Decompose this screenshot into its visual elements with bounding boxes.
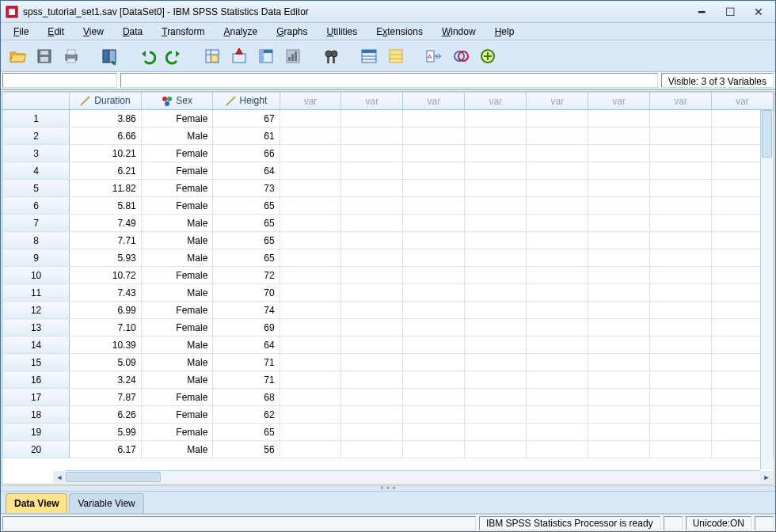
menu-view[interactable]: View bbox=[74, 25, 113, 39]
menu-analyze[interactable]: Analyze bbox=[214, 25, 267, 39]
cell[interactable]: 7.10 bbox=[70, 319, 142, 336]
empty-cell[interactable] bbox=[588, 389, 650, 406]
cell[interactable]: 66 bbox=[213, 145, 280, 162]
empty-cell[interactable] bbox=[403, 215, 465, 232]
empty-cell[interactable] bbox=[650, 336, 712, 354]
empty-cell[interactable] bbox=[588, 302, 650, 319]
empty-cell[interactable] bbox=[588, 424, 650, 441]
empty-cell[interactable] bbox=[650, 302, 712, 319]
empty-cell[interactable] bbox=[527, 249, 588, 267]
empty-cell[interactable] bbox=[403, 145, 465, 162]
empty-cell[interactable] bbox=[341, 180, 403, 197]
cell[interactable]: 10.39 bbox=[70, 336, 142, 354]
empty-cell[interactable] bbox=[280, 110, 341, 127]
empty-cell[interactable] bbox=[527, 406, 588, 424]
column-header-duration[interactable]: Duration bbox=[70, 93, 142, 110]
empty-cell[interactable] bbox=[650, 406, 712, 424]
empty-cell[interactable] bbox=[588, 441, 650, 458]
cell[interactable]: 62 bbox=[213, 406, 280, 424]
empty-cell[interactable] bbox=[465, 127, 527, 145]
menu-data[interactable]: Data bbox=[113, 25, 152, 39]
empty-cell[interactable] bbox=[527, 197, 588, 215]
row-header[interactable]: 3 bbox=[3, 145, 70, 162]
empty-cell[interactable] bbox=[403, 267, 465, 284]
empty-cell[interactable] bbox=[280, 127, 341, 145]
empty-cell[interactable] bbox=[465, 110, 527, 127]
row-header[interactable]: 19 bbox=[3, 424, 70, 441]
empty-cell[interactable] bbox=[465, 180, 527, 197]
cell[interactable]: 6.21 bbox=[70, 162, 142, 180]
empty-cell[interactable] bbox=[527, 145, 588, 162]
empty-cell[interactable] bbox=[650, 371, 712, 389]
row-header[interactable]: 7 bbox=[3, 215, 70, 232]
column-header-height[interactable]: Height bbox=[213, 93, 280, 110]
empty-cell[interactable] bbox=[341, 162, 403, 180]
row-header[interactable]: 12 bbox=[3, 302, 70, 319]
empty-cell[interactable] bbox=[465, 354, 527, 371]
cell[interactable]: 74 bbox=[213, 302, 280, 319]
empty-cell[interactable] bbox=[280, 284, 341, 302]
empty-cell[interactable] bbox=[280, 389, 341, 406]
empty-cell[interactable] bbox=[403, 110, 465, 127]
empty-cell[interactable] bbox=[465, 249, 527, 267]
empty-cell[interactable] bbox=[465, 424, 527, 441]
empty-cell[interactable] bbox=[403, 336, 465, 354]
empty-cell[interactable] bbox=[465, 441, 527, 458]
empty-cell[interactable] bbox=[403, 302, 465, 319]
empty-cell[interactable] bbox=[465, 371, 527, 389]
cell[interactable]: Male bbox=[141, 215, 213, 232]
empty-cell[interactable] bbox=[527, 354, 588, 371]
cell[interactable]: Female bbox=[141, 389, 213, 406]
empty-cell[interactable] bbox=[403, 180, 465, 197]
row-header[interactable]: 5 bbox=[3, 180, 70, 197]
empty-cell[interactable] bbox=[341, 406, 403, 424]
cell[interactable]: 6.17 bbox=[70, 441, 142, 458]
empty-cell[interactable] bbox=[588, 354, 650, 371]
empty-column-header[interactable]: var bbox=[465, 93, 527, 110]
empty-cell[interactable] bbox=[650, 267, 712, 284]
empty-cell[interactable] bbox=[527, 232, 588, 249]
cell[interactable]: 7.71 bbox=[70, 232, 142, 249]
cell[interactable]: 70 bbox=[213, 284, 280, 302]
column-header-sex[interactable]: Sex bbox=[141, 93, 213, 110]
cell[interactable]: 3.86 bbox=[70, 110, 142, 127]
menu-window[interactable]: Window bbox=[432, 25, 485, 39]
empty-cell[interactable] bbox=[527, 267, 588, 284]
cell[interactable]: Male bbox=[141, 232, 213, 249]
cell[interactable]: Female bbox=[141, 162, 213, 180]
empty-cell[interactable] bbox=[341, 354, 403, 371]
empty-cell[interactable] bbox=[341, 232, 403, 249]
empty-cell[interactable] bbox=[403, 424, 465, 441]
cell[interactable]: Female bbox=[141, 406, 213, 424]
row-header[interactable]: 20 bbox=[3, 441, 70, 458]
empty-cell[interactable] bbox=[403, 197, 465, 215]
empty-cell[interactable] bbox=[588, 162, 650, 180]
undo-button[interactable] bbox=[135, 44, 159, 68]
empty-cell[interactable] bbox=[527, 215, 588, 232]
menu-help[interactable]: Help bbox=[485, 25, 524, 39]
empty-cell[interactable] bbox=[588, 319, 650, 336]
vertical-scroll-thumb[interactable] bbox=[762, 110, 772, 158]
weight-cases-button[interactable] bbox=[384, 44, 408, 68]
cell[interactable]: 11.82 bbox=[70, 180, 142, 197]
empty-cell[interactable] bbox=[341, 267, 403, 284]
empty-cell[interactable] bbox=[280, 302, 341, 319]
empty-cell[interactable] bbox=[465, 145, 527, 162]
cell[interactable]: 68 bbox=[213, 389, 280, 406]
empty-cell[interactable] bbox=[588, 145, 650, 162]
empty-cell[interactable] bbox=[403, 284, 465, 302]
empty-cell[interactable] bbox=[650, 441, 712, 458]
horizontal-scrollbar[interactable]: ◄ ► bbox=[66, 470, 760, 483]
tab-data-view[interactable]: Data View bbox=[6, 493, 67, 513]
empty-cell[interactable] bbox=[588, 180, 650, 197]
empty-cell[interactable] bbox=[280, 441, 341, 458]
cell[interactable]: 5.09 bbox=[70, 354, 142, 371]
empty-cell[interactable] bbox=[341, 127, 403, 145]
row-header[interactable]: 16 bbox=[3, 371, 70, 389]
cell[interactable]: 65 bbox=[213, 197, 280, 215]
run-descriptives-button[interactable] bbox=[281, 44, 305, 68]
empty-cell[interactable] bbox=[650, 162, 712, 180]
empty-cell[interactable] bbox=[650, 197, 712, 215]
empty-cell[interactable] bbox=[341, 424, 403, 441]
empty-cell[interactable] bbox=[280, 406, 341, 424]
